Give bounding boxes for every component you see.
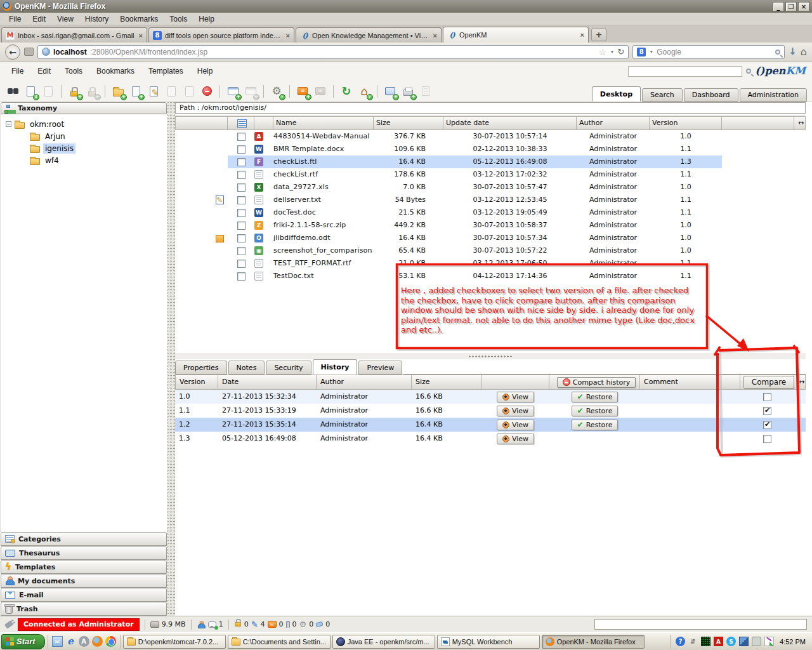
file-row[interactable]: FcheckList.ftl16.4 KB05-12-2013 16:49:08… [175, 156, 806, 168]
file-name[interactable]: screenshot_for_comparison [273, 244, 374, 257]
sidebar-panel-trash[interactable]: Trash [1, 602, 167, 616]
size-column-header[interactable]: Size [374, 116, 443, 130]
remove-property-group-icon[interactable]: − [243, 84, 258, 99]
compare-button[interactable]: Compare [743, 376, 794, 388]
task-button[interactable]: D:\openkm\tomcat-7.0.2... [123, 635, 226, 649]
sidebar-panel-email[interactable]: E-mail [1, 588, 167, 602]
engine-dropdown-icon[interactable]: ▼ [649, 50, 653, 54]
matrix-tray-icon[interactable] [701, 637, 710, 646]
tab-close-icon[interactable]: × [139, 32, 143, 39]
file-checkbox[interactable] [237, 183, 246, 192]
history-row[interactable]: 1.305-12-2013 16:49:08Administrator16.4 … [175, 432, 806, 446]
unlock-icon[interactable]: − [84, 84, 100, 99]
sidebar-panel-categories[interactable]: Categories [1, 532, 167, 546]
okm-menu-edit[interactable]: Edit [31, 65, 57, 77]
file-row[interactable]: TEST_RTF_FORMAT.rtf21.0 KB03-12-2013 17:… [175, 257, 806, 270]
chrome-quicklaunch-icon[interactable] [105, 636, 116, 647]
file-checkbox[interactable] [237, 145, 246, 154]
file-name[interactable]: BMR Template.docx [273, 143, 374, 156]
cancel-checkout-icon[interactable] [181, 84, 197, 99]
icon-column-header[interactable] [254, 116, 273, 130]
view-button[interactable]: View [497, 420, 534, 430]
compact-history-button[interactable]: Compact history [557, 377, 636, 388]
view-button[interactable]: View [497, 406, 534, 416]
file-row[interactable]: WBMR Template.docx109.6 KB02-12-2013 10:… [175, 143, 806, 156]
browser-tab-3[interactable]: ()Open Knowledge Management • View top..… [296, 27, 442, 43]
window-titlebar[interactable]: OpenKM - Mozilla Firefox _ ❐ × [0, 0, 812, 13]
reload-icon[interactable]: ↻ [617, 47, 624, 56]
horizontal-splitter[interactable] [175, 353, 806, 359]
restore-button[interactable]: ✔Restore [572, 406, 619, 416]
history-date-header[interactable]: Date [218, 375, 317, 390]
history-row[interactable]: 1.127-11-2013 15:33:19Administrator16.6 … [175, 404, 806, 418]
file-checkbox[interactable] [237, 171, 246, 179]
view-button[interactable]: View [497, 434, 534, 444]
history-row[interactable]: 1.027-11-2013 15:32:34Administrator16.6 … [175, 390, 806, 404]
chat-tray-icon[interactable] [752, 637, 761, 646]
forward-button[interactable] [24, 48, 34, 56]
browser-menu-help[interactable]: Help [193, 13, 219, 25]
select-column-header[interactable] [228, 116, 254, 130]
browser-menu-bookmarks[interactable]: Bookmarks [115, 13, 163, 25]
history-resize-icon[interactable]: ↔ [794, 375, 806, 390]
skype-tray-icon[interactable]: S [726, 637, 736, 646]
file-row[interactable]: ▣screenshot_for_comparison65.4 KB30-07-2… [175, 244, 806, 257]
google-engine-icon[interactable]: 8 [637, 48, 646, 56]
start-workflow-icon[interactable]: ⚙› [269, 84, 284, 99]
file-checkbox[interactable] [237, 260, 246, 268]
file-name[interactable]: friki-2.1.1-58-src.zip [273, 219, 374, 232]
help-tray-icon[interactable]: ? [676, 637, 685, 646]
add-window-icon[interactable]: + [383, 84, 398, 99]
mail-quicklaunch-icon[interactable]: ✉ [52, 636, 63, 647]
taxonomy-panel-header[interactable]: Taxonomy [1, 102, 167, 114]
okm-search-input[interactable] [628, 66, 742, 77]
tree-item-wf4[interactable]: wf4 [6, 154, 167, 166]
file-name[interactable]: TEST_RTF_FORMAT.rtf [273, 257, 374, 270]
minimize-button[interactable]: _ [773, 2, 784, 11]
browser-menu-file[interactable]: File [4, 13, 26, 25]
network-tray-icon[interactable] [739, 637, 749, 646]
version-column-header[interactable]: Version [650, 116, 722, 130]
download-document-pdf-icon[interactable] [41, 84, 56, 99]
file-checkbox[interactable] [237, 222, 246, 230]
download-document-icon[interactable]: ↓ [23, 84, 38, 99]
tree-item-root[interactable]: − okm:root [6, 118, 167, 130]
browser-tab-2[interactable]: 8diff tools open source platform indepen… [148, 27, 294, 43]
author-column-header[interactable]: Author [577, 116, 650, 130]
browser-home-icon[interactable]: ⌂ [801, 46, 807, 58]
file-name[interactable]: dellserver.txt [273, 194, 374, 206]
collapse-icon[interactable]: − [6, 121, 11, 127]
add-property-group-icon[interactable]: + [225, 84, 240, 99]
start-button[interactable]: Start [1, 634, 45, 649]
file-name[interactable]: data_29727.xls [273, 181, 374, 194]
bookmark-star-icon[interactable]: ☆ [599, 47, 607, 57]
toggle-tray-icon[interactable]: ⇵ [688, 637, 698, 646]
tab-close-icon[interactable]: × [286, 32, 290, 39]
task-button[interactable]: OpenKM - Mozilla Firefox [542, 635, 645, 649]
url-bar[interactable]: localhost :28080/OpenKM/frontend/index.j… [37, 45, 629, 59]
tree-item-Arjun[interactable]: Arjun [6, 130, 167, 142]
okm-menu-bookmarks[interactable]: Bookmarks [90, 65, 141, 77]
tab-security[interactable]: Security [266, 361, 311, 375]
refresh-icon[interactable]: ↻ [339, 84, 354, 99]
column-resize-icon[interactable]: ↔ [794, 116, 806, 130]
home-icon[interactable]: ⌂› [357, 84, 372, 99]
history-comment-header[interactable]: Comment [640, 375, 740, 390]
file-checkbox[interactable] [237, 234, 246, 242]
file-checkbox[interactable] [237, 133, 246, 141]
file-name[interactable]: jlibdiffdemo.odt [273, 232, 374, 244]
sidebar-panel-mydocs[interactable]: My documents [1, 574, 167, 588]
edit-document-icon[interactable]: ✎ [146, 84, 161, 99]
task-button[interactable]: C:\Documents and Settin... [228, 635, 331, 649]
history-version-header[interactable]: Version [175, 375, 218, 390]
file-name[interactable]: docTest.doc [273, 206, 374, 219]
view-tab-search[interactable]: Search [642, 88, 683, 102]
file-row[interactable]: dellserver.txt54 Bytes03-12-2013 12:53:4… [175, 194, 806, 206]
tab-history[interactable]: History [313, 359, 358, 375]
okm-menu-templates[interactable]: Templates [142, 65, 190, 77]
log-icon[interactable] [418, 84, 433, 99]
acrobat-tray-icon[interactable]: A [714, 637, 723, 646]
create-folder-icon[interactable]: + [110, 84, 126, 99]
firefox-quicklaunch-icon[interactable] [92, 636, 103, 647]
file-name[interactable]: 44830514-Webdav-Manual [273, 130, 374, 143]
